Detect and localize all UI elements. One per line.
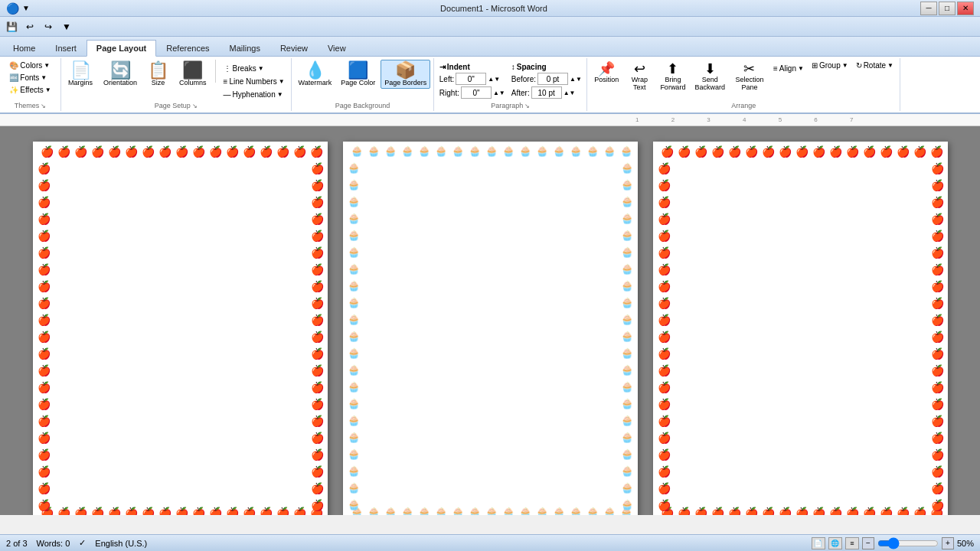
watermark-icon: 💧 <box>305 62 325 79</box>
position-button[interactable]: 📌 Position <box>590 60 622 86</box>
minimize-button[interactable]: ─ <box>920 2 937 15</box>
ribbon-group-themes: 🎨 Colors ▼ 🔤 Fonts ▼ ✨ Effects ▼ Themes … <box>0 58 61 111</box>
indent-left-label: Left: <box>439 75 454 83</box>
paragraph-group-expand[interactable]: ↘ <box>524 103 530 109</box>
document-area[interactable]: 🍎🍎🍎🍎🍎🍎🍎🍎🍎🍎🍎🍎🍎🍎🍎🍎🍎🍎🍎🍎🍎🍎🍎🍎🍎🍎🍎🍎🍎🍎🍎🍎🍎🍎🍎🍎🍎🍎🍎🍎… <box>0 126 980 515</box>
spacing-before-label: Before: <box>511 75 536 83</box>
orientation-button[interactable]: 🔄 Orientation <box>100 60 141 89</box>
rotate-icon: ↻ <box>856 61 862 70</box>
colors-icon: 🎨 <box>9 61 18 70</box>
ribbon-group-paragraph: ⇥ Indent Left: ▲▼ Right: ▲▼ ↕ Spa <box>434 58 587 111</box>
group-icon: ⊞ <box>812 61 818 70</box>
language: English (U.S.) <box>95 539 147 548</box>
hyphenation-icon: — <box>224 90 231 99</box>
selection-pane-icon: ✂ <box>743 62 755 76</box>
send-backward-icon: ⬇ <box>704 62 716 76</box>
indent-section: ⇥ Indent Left: ▲▼ Right: ▲▼ <box>439 63 505 99</box>
close-button[interactable]: ✕ <box>957 2 974 15</box>
ribbon-tabs: Home Insert Page Layout References Maili… <box>0 37 980 57</box>
breaks-button[interactable]: ⋮ Breaks ▼ <box>220 63 288 74</box>
ribbon-group-page-setup: 📄 Margins 🔄 Orientation 📋 Size ⬛ Columns… <box>61 58 292 111</box>
page-2: 🧁🧁🧁🧁🧁🧁🧁🧁🧁🧁🧁🧁🧁🧁🧁🧁🧁🧁🧁🧁🧁🧁🧁🧁🧁🧁🧁🧁🧁🧁🧁🧁🧁🧁🧁🧁🧁🧁🧁🧁… <box>343 142 638 515</box>
indent-right-spinner[interactable]: ▲▼ <box>493 90 505 96</box>
position-icon: 📌 <box>598 62 615 76</box>
send-backward-button[interactable]: ⬇ SendBackward <box>691 60 729 93</box>
title-text: Document1 - Microsoft Word <box>67 4 920 13</box>
themes-group-expand[interactable]: ↘ <box>41 103 46 109</box>
line-numbers-icon: ≡ <box>224 77 228 86</box>
rotate-button[interactable]: ↻ Rotate ▼ <box>853 60 897 71</box>
page-3-border: 🍎🍎🍎🍎🍎🍎🍎🍎🍎🍎🍎🍎🍎🍎🍎🍎🍎🍎🍎🍎🍎🍎🍎🍎🍎🍎🍎🍎🍎🍎🍎🍎🍎🍎🍎🍎🍎🍎🍎🍎… <box>653 142 948 515</box>
spacing-before-spinner[interactable]: ▲▼ <box>570 76 582 83</box>
size-icon: 📋 <box>148 62 168 79</box>
undo-button[interactable]: ↩ <box>21 19 38 34</box>
line-numbers-button[interactable]: ≡ Line Numbers ▼ <box>220 76 288 87</box>
page-color-button[interactable]: 🟦 Page Color <box>337 60 379 89</box>
indent-left-spinner[interactable]: ▲▼ <box>488 76 500 83</box>
zoom-in-button[interactable]: + <box>942 537 954 549</box>
effects-icon: ✨ <box>9 86 18 94</box>
align-button[interactable]: ≡ Align ▼ <box>770 63 807 74</box>
page-borders-icon: 📦 <box>395 62 416 79</box>
tab-references[interactable]: References <box>156 39 219 56</box>
size-button[interactable]: 📋 Size <box>144 60 172 89</box>
wrap-text-button[interactable]: ↩ WrapText <box>624 60 655 93</box>
bring-forward-icon: ⬆ <box>667 62 678 76</box>
ruler: 1 2 3 4 5 6 7 <box>0 114 980 126</box>
tab-home[interactable]: Home <box>3 39 45 56</box>
page-1-border: 🍎🍎🍎🍎🍎🍎🍎🍎🍎🍎🍎🍎🍎🍎🍎🍎🍎🍎🍎🍎🍎🍎🍎🍎🍎🍎🍎🍎🍎🍎🍎🍎🍎🍎🍎🍎🍎🍎🍎🍎… <box>33 142 328 515</box>
page-1: 🍎🍎🍎🍎🍎🍎🍎🍎🍎🍎🍎🍎🍎🍎🍎🍎🍎🍎🍎🍎🍎🍎🍎🍎🍎🍎🍎🍎🍎🍎🍎🍎🍎🍎🍎🍎🍎🍎🍎🍎… <box>33 142 328 515</box>
tab-page-layout[interactable]: Page Layout <box>87 40 156 57</box>
zoom-slider[interactable] <box>877 540 939 547</box>
group-button[interactable]: ⊞ Group ▼ <box>808 60 851 71</box>
tab-mailings[interactable]: Mailings <box>220 39 270 56</box>
columns-icon: ⬛ <box>182 62 203 79</box>
margins-icon: 📄 <box>70 62 91 79</box>
view-web-button[interactable]: 🌐 <box>828 537 842 549</box>
title-bar: 🔵 ▼ Document1 - Microsoft Word ─ □ ✕ <box>0 0 980 17</box>
zoom-out-button[interactable]: − <box>862 537 874 549</box>
view-print-button[interactable]: 📄 <box>812 537 825 549</box>
page-setup-group-expand[interactable]: ↘ <box>192 103 198 109</box>
columns-button[interactable]: ⬛ Columns <box>175 60 211 89</box>
window-controls: ─ □ ✕ <box>920 2 974 15</box>
zoom-level: 50% <box>957 539 974 548</box>
ribbon-group-arrange: 📌 Position ↩ WrapText ⬆ BringForward ⬇ S… <box>587 58 900 111</box>
ribbon: 🎨 Colors ▼ 🔤 Fonts ▼ ✨ Effects ▼ Themes … <box>0 57 980 114</box>
spacing-after-label: After: <box>511 89 530 97</box>
spacing-before-input[interactable] <box>537 73 568 85</box>
wrap-text-icon: ↩ <box>634 62 645 76</box>
bring-forward-button[interactable]: ⬆ BringForward <box>656 60 689 93</box>
tab-view[interactable]: View <box>318 39 356 56</box>
spacing-section: ↕ Spacing Before: ▲▼ After: ▲▼ <box>511 63 582 99</box>
page-color-icon: 🟦 <box>348 62 368 79</box>
spacing-after-input[interactable] <box>531 86 562 99</box>
view-outline-button[interactable]: ≡ <box>845 537 859 549</box>
breaks-icon: ⋮ <box>224 64 231 73</box>
maximize-button[interactable]: □ <box>939 2 956 15</box>
hyphenation-button[interactable]: — Hyphenation ▼ <box>220 89 288 100</box>
selection-pane-button[interactable]: ✂ SelectionPane <box>730 60 769 93</box>
fonts-button[interactable]: 🔤 Fonts ▼ <box>6 72 50 83</box>
tab-review[interactable]: Review <box>270 39 318 56</box>
quick-access-toolbar: 💾 ↩ ↪ ▼ <box>0 17 980 37</box>
spell-check-icon: ✓ <box>79 538 86 548</box>
spacing-after-spinner[interactable]: ▲▼ <box>564 90 576 96</box>
indent-right-input[interactable] <box>461 86 492 99</box>
indent-left-input[interactable] <box>456 73 486 85</box>
page-3: 🍎🍎🍎🍎🍎🍎🍎🍎🍎🍎🍎🍎🍎🍎🍎🍎🍎🍎🍎🍎🍎🍎🍎🍎🍎🍎🍎🍎🍎🍎🍎🍎🍎🍎🍎🍎🍎🍎🍎🍎… <box>653 142 948 515</box>
tab-insert[interactable]: Insert <box>45 39 87 56</box>
status-bar: 2 of 3 Words: 0 ✓ English (U.S.) 📄 🌐 ≡ −… <box>0 534 980 551</box>
save-button[interactable]: 💾 <box>3 19 20 34</box>
qat-dropdown[interactable]: ▼ <box>58 19 75 34</box>
redo-button[interactable]: ↪ <box>40 19 57 34</box>
page-borders-button[interactable]: 📦 Page Borders <box>381 60 430 89</box>
colors-button[interactable]: 🎨 Colors ▼ <box>6 60 53 71</box>
watermark-button[interactable]: 💧 Watermark <box>295 60 336 89</box>
margins-button[interactable]: 📄 Margins <box>64 60 96 89</box>
fonts-icon: 🔤 <box>9 73 18 82</box>
ribbon-group-page-background: 💧 Watermark 🟦 Page Color 📦 Page Borders … <box>292 58 435 111</box>
effects-button[interactable]: ✨ Effects ▼ <box>6 84 54 96</box>
word-count: Words: 0 <box>37 539 70 548</box>
page-indicator: 2 of 3 <box>6 539 28 548</box>
